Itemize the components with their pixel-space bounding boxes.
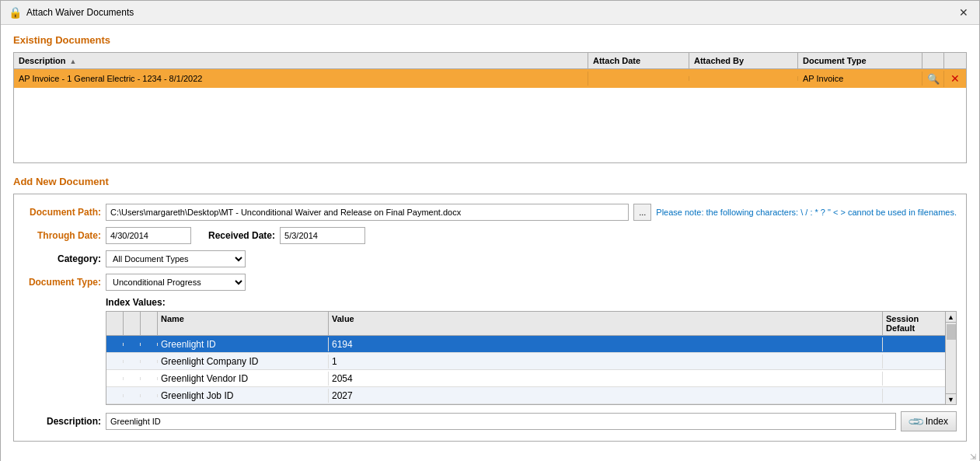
idx-name-0: Greenlight ID xyxy=(158,337,329,351)
doc-type-label: Document Type: xyxy=(23,277,101,288)
resize-handle[interactable]: ⇲ xyxy=(1,451,979,461)
index-button-label: Index xyxy=(926,416,948,427)
existing-docs-header: Description ▲ Attach Date Attached By Do… xyxy=(14,53,966,69)
idx-h0 xyxy=(106,312,124,335)
idx-session-1 xyxy=(883,360,945,363)
received-date-input[interactable] xyxy=(280,227,365,244)
cell-description: AP Invoice - 1 General Electric - 1234 -… xyxy=(14,72,588,86)
idx-value-2: 2054 xyxy=(329,372,883,386)
index-table-inner: Name Value Session Default xyxy=(106,312,945,404)
category-label: Category: xyxy=(23,253,101,264)
index-section: Index Values: Name Value Se xyxy=(106,297,957,405)
description-input[interactable] xyxy=(106,413,896,430)
idx-c2 xyxy=(141,360,158,363)
add-new-section: Add New Document Document Path: ... Plea… xyxy=(13,176,967,442)
through-date-label: Through Date: xyxy=(23,230,101,241)
idx-value-3: 2027 xyxy=(329,389,883,403)
idx-c0 xyxy=(106,377,124,380)
doc-path-row: Document Path: ... Please note: the foll… xyxy=(23,204,957,221)
doc-type-select[interactable]: Unconditional Progress xyxy=(106,274,246,291)
doc-path-label: Document Path: xyxy=(23,207,101,218)
existing-docs-title: Existing Documents xyxy=(13,34,967,46)
close-button[interactable]: ✕ xyxy=(956,5,971,19)
received-date-label: Received Date: xyxy=(208,230,275,241)
header-document-type: Document Type xyxy=(798,53,922,68)
index-button[interactable]: 📎 Index xyxy=(901,411,957,431)
dialog-body: Existing Documents Description ▲ Attach … xyxy=(1,25,979,451)
existing-docs-table: Description ▲ Attach Date Attached By Do… xyxy=(13,52,967,163)
title-bar-left: 🔒 Attach Waiver Documents xyxy=(9,6,134,19)
filename-note: Please note: the following characters: \… xyxy=(656,208,957,217)
idx-h2 xyxy=(141,312,158,335)
header-description: Description ▲ xyxy=(14,53,588,68)
idx-c1 xyxy=(124,360,141,363)
idx-c0 xyxy=(106,360,124,363)
index-row[interactable]: Greenlight Job ID 2027 xyxy=(106,387,945,404)
title-bar: 🔒 Attach Waiver Documents ✕ xyxy=(1,1,979,25)
idx-session-2 xyxy=(883,377,945,380)
idx-session-0 xyxy=(883,343,945,346)
cell-search-action[interactable]: 🔍 xyxy=(922,71,944,87)
idx-value-0: 6194 xyxy=(329,337,883,351)
category-select[interactable]: All Document Types xyxy=(106,250,246,267)
add-new-title: Add New Document xyxy=(13,176,967,187)
existing-docs-body: AP Invoice - 1 General Electric - 1234 -… xyxy=(14,69,966,162)
header-action1 xyxy=(922,53,944,68)
cell-delete-action[interactable]: ✕ xyxy=(944,70,966,87)
idx-c0 xyxy=(106,343,124,346)
through-date-input[interactable] xyxy=(106,227,191,244)
dialog-title: Attach Waiver Documents xyxy=(26,7,134,18)
idx-c2 xyxy=(141,343,158,346)
scroll-thumb[interactable] xyxy=(947,324,956,340)
doc-path-input[interactable] xyxy=(106,204,629,221)
idx-c1 xyxy=(124,377,141,380)
index-row[interactable]: Greenlight Vendor ID 2054 xyxy=(106,370,945,387)
lock-icon: 🔒 xyxy=(9,6,22,19)
idx-c0 xyxy=(106,394,124,397)
idx-name-1: Greenlight Company ID xyxy=(158,354,329,368)
idx-h-value: Value xyxy=(329,312,883,335)
idx-name-2: Greenlight Vendor ID xyxy=(158,372,329,386)
idx-h1 xyxy=(124,312,141,335)
description-label: Description: xyxy=(23,416,101,427)
scroll-up-btn[interactable]: ▲ xyxy=(946,312,956,323)
idx-c1 xyxy=(124,394,141,397)
index-row[interactable]: Greenlight ID 6194 xyxy=(106,336,945,353)
idx-h-session: Session Default xyxy=(883,312,945,335)
delete-icon: ✕ xyxy=(950,72,960,85)
idx-h-name: Name xyxy=(158,312,329,335)
idx-session-3 xyxy=(883,394,945,397)
category-row: Category: All Document Types xyxy=(23,250,957,267)
idx-c2 xyxy=(141,394,158,397)
header-action2 xyxy=(944,53,966,68)
index-row[interactable]: Greenlight Company ID 1 xyxy=(106,353,945,370)
attach-waiver-dialog: 🔒 Attach Waiver Documents ✕ Existing Doc… xyxy=(0,0,980,461)
add-new-form: Document Path: ... Please note: the foll… xyxy=(13,194,967,442)
cell-attach-date xyxy=(588,76,689,81)
table-row: AP Invoice - 1 General Electric - 1234 -… xyxy=(14,69,966,88)
sort-arrow: ▲ xyxy=(70,58,77,65)
cell-attached-by xyxy=(689,76,798,81)
idx-value-1: 1 xyxy=(329,354,883,368)
idx-c2 xyxy=(141,377,158,380)
index-table-outer: Name Value Session Default xyxy=(106,311,957,405)
index-scrollbar[interactable]: ▲ ▼ xyxy=(945,312,956,404)
idx-c1 xyxy=(124,343,141,346)
idx-name-3: Greenlight Job ID xyxy=(158,389,329,403)
scroll-down-btn[interactable]: ▼ xyxy=(946,393,956,404)
browse-button[interactable]: ... xyxy=(633,204,651,221)
bottom-row: Description: 📎 Index xyxy=(23,411,957,431)
search-icon: 🔍 xyxy=(927,73,940,85)
index-table-header: Name Value Session Default xyxy=(106,312,945,336)
header-attach-date: Attach Date xyxy=(588,53,689,68)
index-values-label: Index Values: xyxy=(106,297,957,308)
header-attached-by: Attached By xyxy=(689,53,798,68)
doc-type-row: Document Type: Unconditional Progress xyxy=(23,274,957,291)
paperclip-icon: 📎 xyxy=(906,412,924,430)
cell-document-type: AP Invoice xyxy=(798,72,922,86)
dates-row: Through Date: Received Date: xyxy=(23,227,957,244)
